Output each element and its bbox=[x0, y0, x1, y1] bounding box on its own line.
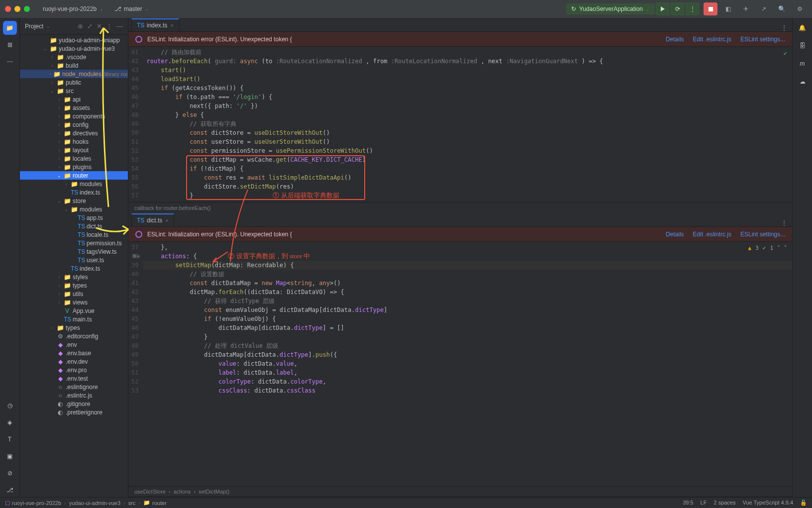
run-config-name: YudaoServerApplication bbox=[579, 5, 643, 12]
chevron-down-icon: ⌄ bbox=[145, 6, 149, 11]
editor-tabs-top: TS index.ts × ⋮ bbox=[128, 18, 792, 32]
chevron-down-icon: ⌄ bbox=[100, 6, 103, 11]
sidebar-header: Project ⌄ ⊕ ⤢ ✕ ⋮ — bbox=[20, 18, 128, 35]
branch-icon: ⎇ bbox=[114, 5, 121, 12]
vcs-icon[interactable]: ⎇ bbox=[3, 483, 17, 497]
ai-icon[interactable]: ☁ bbox=[796, 75, 810, 89]
breadcrumb-item[interactable]: yudao-ui-admin-vue3 bbox=[69, 500, 120, 506]
annotation-text-2: ② 设置字典数据，到 store 中 bbox=[228, 252, 310, 261]
eslint-icon bbox=[135, 36, 142, 43]
maximize-icon[interactable] bbox=[24, 6, 30, 12]
folder-icon: 📁 bbox=[143, 500, 150, 506]
editor-top[interactable]: 4142434445464748495051525354555657 ✔ // … bbox=[128, 47, 792, 202]
chevron-down-icon[interactable]: ⌄ bbox=[46, 24, 50, 29]
breadcrumb-item[interactable]: ruoyi-vue-pro-2022b bbox=[12, 500, 61, 506]
eslint-banner: ESLint: Initialization error (ESLint). U… bbox=[128, 32, 792, 47]
editor-tabs-bottom: TS dict.ts × ⋮ bbox=[128, 213, 792, 227]
tab-label: index.ts bbox=[147, 22, 167, 29]
readonly-icon[interactable]: 🔓 bbox=[800, 500, 807, 506]
vcs-branch[interactable]: ⎇ master ⌄ bbox=[111, 3, 152, 14]
run-config-selector[interactable]: ↻ YudaoServerApplication ⌄ bbox=[566, 3, 655, 14]
tool-window-bar-left: 📁 ⊞ ⋯ ◷ ◈ T ▣ ⊘ ⎇ bbox=[0, 18, 20, 497]
close-icon[interactable] bbox=[5, 6, 11, 12]
eslint-settings-link[interactable]: ESLint settings... bbox=[740, 231, 785, 238]
inspection-ok-icon[interactable]: ✔ bbox=[784, 49, 787, 58]
ok-icon: ✔ bbox=[763, 244, 766, 253]
chevron-down-icon[interactable]: ˅ bbox=[784, 244, 787, 253]
database-icon[interactable]: 🗄 bbox=[796, 39, 810, 53]
project-sidebar: Project ⌄ ⊕ ⤢ ✕ ⋮ — 📁yudao-ui-admin-unia… bbox=[20, 18, 128, 497]
collapse-icon[interactable]: ✕ bbox=[97, 22, 102, 30]
tabs-more-icon[interactable]: ⋮ bbox=[776, 219, 792, 226]
close-icon[interactable]: × bbox=[170, 22, 173, 28]
folder-icon: ▢ bbox=[5, 500, 10, 506]
ts-icon: TS bbox=[137, 22, 144, 29]
minimize-icon[interactable] bbox=[14, 6, 20, 12]
updates-icon[interactable]: ✈ bbox=[738, 2, 753, 15]
tab-dict-ts[interactable]: TS dict.ts × bbox=[131, 213, 174, 226]
more-tool-button[interactable]: ⋯ bbox=[3, 55, 17, 69]
stop-button[interactable] bbox=[704, 2, 717, 15]
titlebar: ruoyi-vue-pro-2022b ⌄ ⎇ master ⌄ ↻ Yudao… bbox=[0, 0, 812, 18]
chevron-down-icon: ⌄ bbox=[646, 6, 650, 11]
window-controls bbox=[5, 6, 30, 12]
status-bar: ▢ ruoyi-vue-pro-2022b› yudao-ui-admin-vu… bbox=[0, 497, 812, 508]
editor-bottom[interactable]: 37⬣◉38 394041424344454647484950515253 ▲3… bbox=[128, 242, 792, 486]
eslint-edit-link[interactable]: Edit .eslintrc.js bbox=[693, 36, 731, 43]
debug-button[interactable]: ⟳ bbox=[671, 2, 685, 15]
search-icon[interactable]: 🔍 bbox=[774, 2, 789, 15]
chevron-up-icon[interactable]: ˄ bbox=[777, 244, 780, 253]
project-name: ruoyi-vue-pro-2022b bbox=[43, 5, 97, 12]
eslint-edit-link[interactable]: Edit .eslintrc.js bbox=[693, 231, 731, 238]
breadcrumb-item[interactable]: src bbox=[128, 500, 136, 506]
line-separator[interactable]: LF bbox=[701, 500, 707, 506]
editor-area: TS index.ts × ⋮ ESLint: Initialization e… bbox=[128, 18, 792, 497]
options-icon[interactable]: ⋮ bbox=[106, 22, 112, 30]
context-info-top: callback for router.beforeEach() bbox=[128, 202, 792, 213]
settings-icon[interactable]: ⚙ bbox=[792, 2, 807, 15]
eslint-settings-link[interactable]: ESLint settings... bbox=[740, 36, 785, 43]
locate-icon[interactable]: ⊕ bbox=[78, 22, 83, 30]
project-selector[interactable]: ruoyi-vue-pro-2022b ⌄ bbox=[39, 3, 107, 14]
indent-info[interactable]: 2 spaces bbox=[713, 500, 735, 506]
eslint-banner-bottom: ESLint: Initialization error (ESLint). U… bbox=[128, 227, 792, 242]
eslint-icon bbox=[135, 231, 142, 238]
file-tree[interactable]: 📁yudao-ui-admin-uniapp 📁yudao-ui-admin-v… bbox=[20, 35, 128, 497]
maven-icon[interactable]: m bbox=[796, 57, 810, 71]
caret-position[interactable]: 39:5 bbox=[683, 500, 693, 506]
updates2-icon[interactable]: ↗ bbox=[756, 2, 771, 15]
svg-rect-0 bbox=[709, 7, 713, 11]
run-more-button[interactable]: ⋮ bbox=[686, 2, 700, 15]
eslint-message: ESLint: Initialization error (ESLint). U… bbox=[147, 36, 292, 43]
notifications-icon[interactable]: 🔔 bbox=[796, 21, 810, 35]
eslint-message: ESLint: Initialization error (ESLint). U… bbox=[147, 231, 292, 238]
annotation-text-1: ① 从后端获取字典数据 bbox=[273, 191, 339, 200]
text-icon[interactable]: T bbox=[3, 432, 17, 446]
tree-router-folder: 📁router bbox=[20, 171, 128, 180]
bookmark-icon[interactable]: ◈ bbox=[3, 415, 17, 429]
close-icon[interactable]: × bbox=[165, 217, 168, 223]
code-with-me-icon[interactable]: ◧ bbox=[720, 2, 735, 15]
expand-icon[interactable]: ⤢ bbox=[87, 22, 93, 30]
inspection-badges[interactable]: ▲3 ✔1 ˄˅ bbox=[748, 244, 788, 253]
tool-window-bar-right: 🔔 🗄 m ☁ bbox=[792, 18, 812, 497]
breadcrumb-item[interactable]: router bbox=[152, 500, 167, 506]
ts-icon: TS bbox=[137, 217, 144, 224]
problems-icon[interactable]: ⊘ bbox=[3, 466, 17, 480]
hide-icon[interactable]: — bbox=[116, 22, 123, 30]
warning-icon: ▲ bbox=[748, 244, 752, 253]
breadcrumb-bottom[interactable]: useDictStore› actions› setDictMap() bbox=[128, 486, 792, 497]
run-icon: ↻ bbox=[571, 5, 576, 12]
run-button[interactable] bbox=[656, 2, 670, 15]
tabs-more-icon[interactable]: ⋮ bbox=[776, 24, 792, 31]
structure-tool-button[interactable]: ⊞ bbox=[3, 38, 17, 52]
tab-index-ts[interactable]: TS index.ts × bbox=[131, 18, 179, 31]
stopwatch-icon[interactable]: ◷ bbox=[3, 399, 17, 412]
language-info[interactable]: Vue TypeScript 4.9.4 bbox=[742, 500, 793, 506]
eslint-details-link[interactable]: Details bbox=[666, 36, 684, 43]
terminal-icon[interactable]: ▣ bbox=[3, 449, 17, 463]
project-tool-button[interactable]: 📁 bbox=[3, 21, 17, 35]
eslint-details-link[interactable]: Details bbox=[666, 231, 684, 238]
branch-name: master bbox=[124, 5, 142, 12]
tab-label: dict.ts bbox=[147, 217, 162, 224]
